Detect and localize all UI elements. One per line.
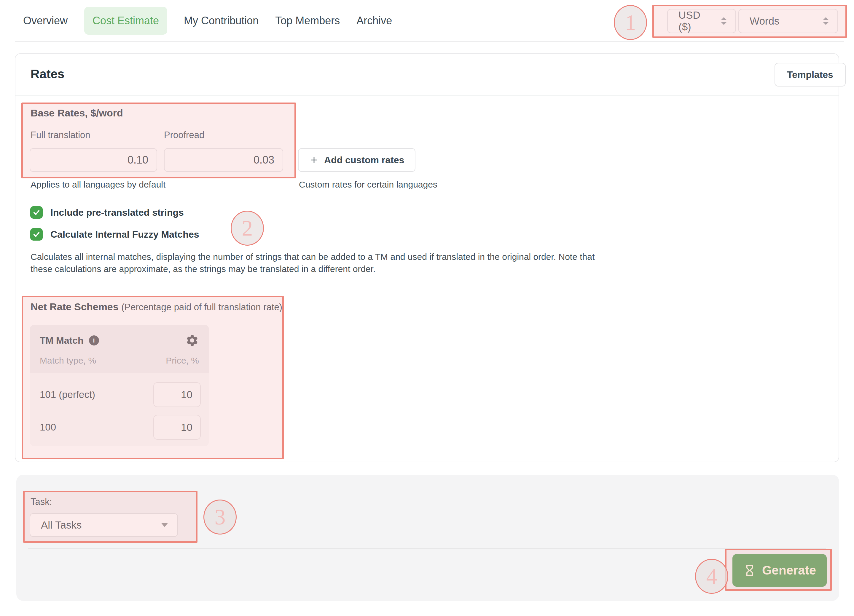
templates-button[interactable]: Templates [775, 63, 846, 87]
fuzzy-matches-checkbox[interactable] [30, 228, 43, 240]
units-select[interactable]: Words [738, 9, 838, 33]
tab-overview[interactable]: Overview [23, 15, 68, 27]
updown-arrows-icon [720, 16, 728, 26]
plus-icon [309, 155, 319, 165]
tab-top-members[interactable]: Top Members [275, 15, 340, 27]
tm-match-header: TM Match i Match type, % Price, % [30, 325, 209, 373]
project-tabs: Overview Cost Estimate My Contribution T… [23, 0, 392, 41]
net-rate-schemes-heading: Net Rate Schemes (Percentage paid of ful… [30, 301, 282, 313]
generate-button[interactable]: Generate [732, 554, 827, 587]
full-translation-label: Full translation [30, 130, 90, 140]
task-label: Task: [30, 497, 52, 507]
fuzzy-matches-option-row: Calculate Internal Fuzzy Matches [30, 228, 199, 240]
fuzzy-matches-description: Calculates all internal matches, display… [30, 251, 598, 275]
currency-select-value: USD ($) [679, 9, 714, 33]
task-select[interactable]: All Tasks [30, 513, 178, 537]
base-rates-heading: Base Rates, $/word [30, 107, 123, 119]
generate-button-label: Generate [762, 563, 816, 578]
table-row: 100 10 [40, 415, 201, 440]
tm-match-card: TM Match i Match type, % Price, % 101 (p… [30, 325, 209, 446]
footer-panel [16, 475, 839, 601]
currency-select[interactable]: USD ($) [667, 9, 736, 33]
hourglass-icon [743, 564, 756, 577]
add-custom-rates-label: Add custom rates [324, 155, 404, 166]
checkmark-icon [32, 208, 41, 217]
units-select-value: Words [750, 15, 779, 27]
default-rates-note: Applies to all languages by default [30, 179, 165, 190]
footer-divider [28, 548, 826, 549]
pretranslated-checkbox[interactable] [30, 206, 43, 219]
full-translation-rate-input[interactable]: 0.10 [30, 148, 157, 172]
price-100-input[interactable]: 10 [153, 415, 201, 440]
task-select-value: All Tasks [41, 519, 82, 531]
tm-match-title: TM Match [40, 335, 84, 346]
price-101-input[interactable]: 10 [153, 382, 201, 407]
match-type-column-header: Match type, % [40, 356, 96, 366]
proofread-label: Proofread [164, 130, 204, 140]
match-type-101-label: 101 (perfect) [40, 389, 95, 400]
price-column-header: Price, % [166, 356, 199, 366]
pretranslated-option-row: Include pre-translated strings [30, 206, 184, 219]
tab-archive[interactable]: Archive [357, 15, 392, 27]
tm-match-body: 101 (perfect) 10 100 10 [30, 373, 209, 440]
info-icon[interactable]: i [89, 335, 99, 345]
pretranslated-checkbox-label: Include pre-translated strings [50, 207, 184, 218]
cost-estimate-page: Overview Cost Estimate My Contribution T… [0, 0, 854, 616]
annotation-number-1: 1 [614, 5, 647, 40]
proofread-rate-input[interactable]: 0.03 [164, 148, 283, 172]
gear-icon[interactable] [185, 334, 199, 347]
nav-divider [15, 41, 844, 42]
match-type-100-label: 100 [40, 421, 56, 433]
card-header-divider [15, 96, 839, 96]
tab-cost-estimate[interactable]: Cost Estimate [84, 7, 167, 35]
tab-my-contribution[interactable]: My Contribution [184, 15, 259, 27]
updown-arrows-icon [822, 16, 830, 26]
checkmark-icon [32, 230, 41, 239]
chevron-down-icon [161, 523, 168, 527]
table-row: 101 (perfect) 10 [40, 382, 201, 407]
add-custom-rates-button[interactable]: Add custom rates [298, 148, 415, 172]
fuzzy-matches-checkbox-label: Calculate Internal Fuzzy Matches [50, 229, 199, 240]
net-rate-schemes-title: Net Rate Schemes [30, 301, 119, 312]
custom-rates-note: Custom rates for certain languages [299, 179, 438, 190]
rates-card-title: Rates [30, 67, 64, 81]
net-rate-schemes-subtitle: (Percentage paid of full translation rat… [121, 302, 282, 312]
